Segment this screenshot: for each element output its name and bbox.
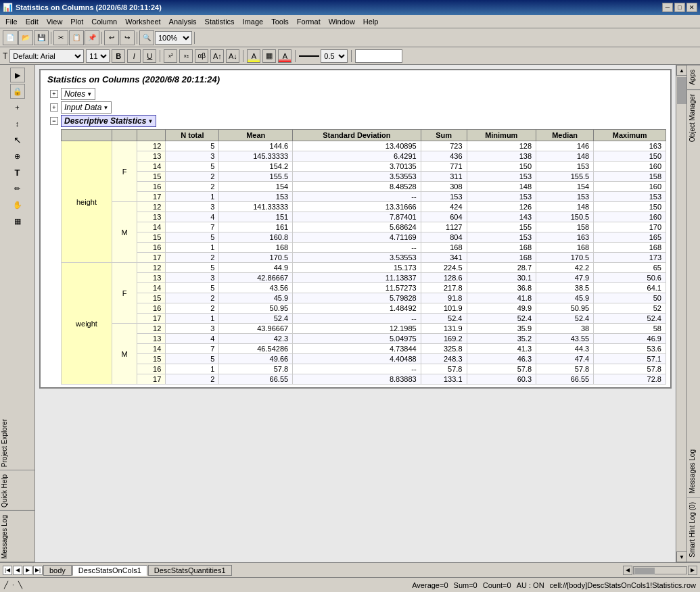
fill-color[interactable]: A (247, 49, 260, 63)
main-toolbar: 📄 📂 💾 ✂ 📋 📌 ↩ ↪ 🔍 100% (0, 28, 700, 47)
menu-image[interactable]: Image (239, 16, 268, 27)
scroll-up-button[interactable]: ▲ (676, 65, 687, 76)
border-color[interactable]: ▦ (262, 49, 276, 63)
project-explorer-label[interactable]: Project Explorer (0, 416, 34, 470)
cut-button[interactable]: ✂ (53, 30, 68, 45)
redo-button[interactable]: ↪ (120, 30, 135, 45)
left-icon-3[interactable]: + (10, 100, 25, 115)
left-icon-1[interactable]: ▶ (10, 68, 25, 82)
input-data-tree-item[interactable]: + Input Data ▼ (45, 101, 666, 114)
save-button[interactable]: 💾 (34, 30, 49, 45)
left-icon-5[interactable]: ▦ (10, 214, 25, 228)
menu-plot[interactable]: Plot (66, 16, 87, 27)
menu-help[interactable]: Help (359, 16, 383, 27)
bold-button[interactable]: B (112, 49, 125, 63)
tab-desc-stats-on-cols[interactable]: DescStatsOnCols1 (72, 565, 147, 576)
h-scroll-right[interactable]: ▶ (688, 566, 697, 575)
h-scroll-track[interactable] (633, 566, 687, 574)
scroll-thumb[interactable] (677, 77, 686, 104)
input-data-toggle[interactable]: + (50, 103, 58, 112)
close-button[interactable]: ✕ (686, 3, 697, 12)
n-cell: 4 (166, 334, 219, 344)
menu-view[interactable]: View (43, 16, 67, 27)
maximize-button[interactable]: □ (674, 3, 685, 12)
notes-dropdown[interactable]: Notes ▼ (61, 88, 95, 100)
menu-worksheet[interactable]: Worksheet (121, 16, 164, 27)
tab-nav-last[interactable]: ▶| (33, 566, 43, 575)
left-icon-zoom[interactable]: ⊕ (10, 149, 25, 164)
italic-button[interactable]: I (127, 49, 141, 63)
tab-desc-stats-quantities[interactable]: DescStatsQuantities1 (148, 565, 232, 576)
open-button[interactable]: 📂 (18, 30, 33, 45)
notes-tree-item[interactable]: + Notes ▼ (45, 87, 666, 101)
underline-button[interactable]: U (143, 49, 156, 63)
input-data-dropdown[interactable]: Input Data ▼ (61, 101, 112, 114)
undo-button[interactable]: ↩ (104, 30, 119, 45)
font-decrease[interactable]: A↓ (226, 49, 239, 63)
notes-toggle[interactable]: + (50, 90, 58, 98)
apps-label[interactable]: Apps (687, 65, 700, 89)
messages-log-label[interactable]: Messages Log (687, 445, 700, 498)
paste-button[interactable]: 📌 (85, 30, 99, 45)
font-color[interactable]: A (278, 49, 291, 63)
tab-nav-next[interactable]: ▶ (23, 566, 32, 575)
sd-cell: 15.173 (293, 263, 421, 273)
vertical-scrollbar[interactable]: ▲ ▼ (676, 65, 686, 562)
minimize-button[interactable]: ─ (662, 3, 673, 12)
color-preview (355, 49, 402, 63)
menu-format[interactable]: Format (293, 16, 325, 27)
age-cell: 16 (137, 303, 166, 314)
object-manager-label[interactable]: Object Manager (687, 89, 700, 146)
max-cell: 160 (594, 212, 666, 222)
smart-hint-label[interactable]: Smart Hint Log (0) (687, 498, 700, 562)
menu-statistics[interactable]: Statistics (201, 16, 239, 27)
desc-stats-toggle[interactable]: − (50, 117, 58, 125)
menu-tools[interactable]: Tools (267, 16, 293, 27)
mean-cell: 57.8 (219, 364, 293, 374)
min-cell: 126 (467, 202, 536, 212)
left-icon-text[interactable]: T (10, 165, 25, 180)
table-row: 16157.8--57.857.857.857.8 (62, 364, 666, 374)
menu-window[interactable]: Window (325, 16, 359, 27)
new-button[interactable]: 📄 (3, 30, 18, 45)
font-increase[interactable]: A↑ (210, 49, 224, 63)
mean-cell: 155.5 (219, 172, 293, 182)
min-cell: 153 (467, 172, 536, 182)
n-cell: 5 (166, 354, 219, 364)
left-icon-pan[interactable]: ✋ (10, 197, 25, 212)
zoom-select[interactable]: 100% (155, 31, 192, 45)
messages-log-left-label[interactable]: Messages Log (0, 512, 34, 562)
copy-button[interactable]: 📋 (69, 30, 84, 45)
max-cell: 150 (594, 202, 666, 212)
left-icon-4[interactable]: ↕ (10, 116, 25, 131)
age-cell: 14 (137, 222, 166, 232)
font-name-select[interactable]: Default: Arial (9, 49, 84, 63)
age-cell: 16 (137, 243, 166, 253)
subscript-button[interactable]: x₂ (179, 49, 193, 63)
line-width-select[interactable]: 0.5 (321, 49, 348, 63)
greek-button[interactable]: αβ (195, 49, 208, 63)
scroll-down-button[interactable]: ▼ (676, 551, 687, 562)
left-icon-2[interactable]: 🔒 (10, 84, 25, 99)
tab-body[interactable]: body (43, 565, 72, 576)
superscript-button[interactable]: x² (164, 49, 177, 63)
h-scroll-thumb[interactable] (634, 568, 655, 574)
tab-nav-first[interactable]: |◀ (3, 566, 12, 575)
left-icon-cursor[interactable]: ↖ (10, 132, 25, 147)
menu-edit[interactable]: Edit (22, 16, 43, 27)
n-cell: 5 (166, 232, 219, 243)
menu-column[interactable]: Column (87, 16, 121, 27)
menu-analysis[interactable]: Analysis (165, 16, 201, 27)
n-cell: 1 (166, 314, 219, 324)
quick-help-label[interactable]: Quick Help (0, 472, 34, 511)
min-cell: 57.8 (467, 364, 536, 374)
left-icon-draw[interactable]: ✏ (10, 181, 25, 196)
font-size-select[interactable]: 11 (86, 49, 110, 63)
h-scroll-left[interactable]: ◀ (623, 566, 632, 575)
menu-file[interactable]: File (1, 16, 22, 27)
scroll-track[interactable] (676, 76, 686, 551)
desc-stats-dropdown[interactable]: Descriptive Statistics ▼ (61, 115, 156, 127)
desc-stats-tree-item[interactable]: − Descriptive Statistics ▼ (45, 114, 666, 128)
tab-nav-prev[interactable]: ◀ (13, 566, 22, 575)
n-cell: 7 (166, 222, 219, 232)
